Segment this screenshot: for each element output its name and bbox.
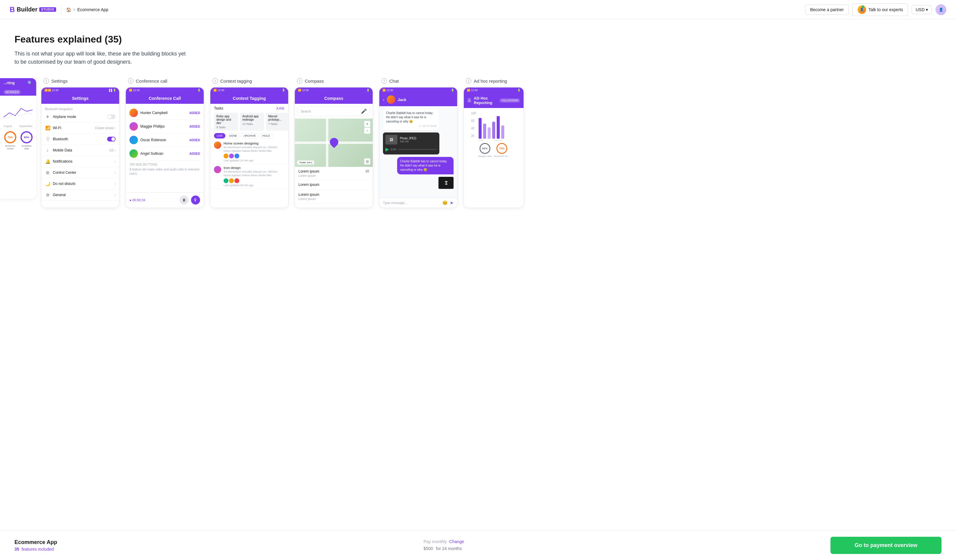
chat-messages: Charlie Babbitt has to cancel today. He … [379, 106, 457, 198]
adhoc-badge: VOLUNTERR [499, 98, 520, 102]
circle-available-data: 90% Available data [20, 131, 33, 150]
svg-text:100: 100 [471, 112, 476, 115]
ctx-phone-header: Context Tagging [210, 93, 288, 104]
filter-live[interactable]: LIVE [214, 133, 225, 138]
become-partner-button[interactable]: Become a partner [805, 5, 849, 15]
photo-size: 340 KB [400, 140, 417, 143]
conf-phone-header: Conference Call [126, 93, 204, 104]
send-button[interactable]: ➤ [450, 200, 454, 205]
user-avatar[interactable]: 👤 [936, 4, 947, 15]
conf-buttons: ⏸ 🎙 [179, 195, 200, 204]
chat-photo-msg: 🖼 Photo JPEG 340 KB ▶ 0:25 [383, 132, 439, 154]
microphone-icon[interactable]: 🎤 [361, 108, 367, 114]
chat-footer: Type message... 😊 ➤ [379, 198, 457, 208]
chevron-down-icon: ▾ [926, 7, 928, 12]
status-bar-adhoc: 📶 12:30 🔋 [464, 88, 524, 93]
compass-search-section: Search 🎤 [295, 104, 373, 119]
play-icon[interactable]: ▶ [385, 146, 389, 152]
trader-joes-label: Trader Joe's [297, 160, 314, 164]
svg-text:40: 40 [471, 127, 475, 130]
context-mockup: 📶 12:30 🔋 Context Tagging Tasks JUNE Rob… [210, 87, 288, 208]
tasks-label: Tasks [214, 106, 223, 110]
currency-label: USD [915, 7, 925, 12]
conference-label-text: Conference call [136, 79, 167, 83]
compass-phone-header: Compass [295, 93, 373, 104]
info-icon-adhoc: i [466, 78, 471, 83]
compass-label-text: Compass [305, 79, 324, 83]
conf-participant-4: Angel Sullivan ADDED [129, 147, 200, 160]
settings-phone-header: Settings [41, 93, 119, 104]
pause-button[interactable]: ⏸ [179, 195, 189, 204]
mini-av-2 [229, 154, 234, 159]
chat-input[interactable]: Type message... [383, 201, 440, 204]
compass-result-1: 10 Lorem ipsum Lorem ipsum [299, 167, 369, 180]
partial-left-body: AugustSeptember 75% Business needs 90% A… [0, 96, 36, 154]
breadcrumb-home[interactable]: 🏠 [66, 7, 71, 12]
compass-map: + − ◎ Trader Joe's [295, 119, 373, 167]
bluetooth-item[interactable]: 🦷 Bluetooth [41, 134, 119, 145]
compass-mockup: 📶 12:30 🔋 Compass Search 🎤 [294, 87, 373, 208]
settings-list: Bluetooth Integration ✈ Airplane mode 📶 … [41, 104, 119, 203]
circle-business-needs: 75% Business needs [4, 131, 17, 150]
ctx-header: Tasks JUNE [210, 104, 288, 112]
zoom-in-button[interactable]: + [364, 121, 370, 127]
participant-name-4: Angel Sullivan [140, 151, 187, 156]
bluetooth-toggle[interactable] [107, 137, 116, 142]
svg-rect-8 [497, 116, 500, 139]
logo-text: Builder [17, 6, 38, 13]
emoji-button[interactable]: 😊 [442, 200, 448, 205]
chat-feature-group: i Chat 📶 12:30 🔋 ‹ Jack Charlie Babbitt … [377, 78, 461, 208]
talk-label: Talk to our experts [868, 7, 903, 12]
compass-search-input[interactable]: Search [300, 110, 359, 113]
mini-av-5 [229, 178, 234, 183]
conf-participant-3: Oscar Robinson ADDED [129, 134, 200, 147]
svg-text:20: 20 [471, 134, 475, 138]
header-left: B Builder STUDIO 🏠 > Ecommerce App [9, 5, 108, 14]
context-label-text: Context tagging [220, 79, 252, 83]
do-not-disturb-item[interactable]: 🌙 Do not disturb › [41, 178, 119, 189]
zoom-out-button[interactable]: − [364, 127, 370, 134]
ctx-item-avatar-2 [214, 166, 221, 173]
chat-user-avatar [387, 95, 395, 104]
end-call-button[interactable]: 🎙 [191, 195, 200, 204]
compass-search-box[interactable]: Search 🎤 [297, 106, 370, 116]
compass-feature-label: i Compass [292, 78, 377, 87]
filter-done[interactable]: DONE [226, 133, 240, 138]
conf-participant-2: Maggie Phillips ADDED [129, 120, 200, 134]
logo-studio: STUDIO [39, 7, 56, 12]
notifications-item[interactable]: 🔔 Notifications › [41, 156, 119, 167]
context-feature-label: i Context tagging [208, 78, 292, 87]
status-bar-settings: 📶📶 12:30 ▐▐ 🔋 [41, 88, 119, 93]
airplane-mode-item[interactable]: ✈ Airplane mode [41, 111, 119, 123]
menu-icon[interactable]: ☰ [467, 98, 471, 103]
context-tagging-feature-group: i Context tagging 📶 12:30 🔋 Context Tagg… [208, 78, 292, 208]
wifi-item[interactable]: 📶 Wi-Fi Create simple › [41, 123, 119, 134]
participant-avatar-3 [129, 136, 138, 144]
conf-participant-1: Hunter Campbell ADDED [129, 106, 200, 120]
notifications-icon: 🔔 [45, 159, 50, 164]
chat-feature-label: i Chat [377, 78, 461, 87]
filter-archive[interactable]: ARCHIVE [241, 133, 259, 138]
mobile-data-item[interactable]: ↕ Mobile Data GS › [41, 145, 119, 156]
airplane-toggle[interactable] [107, 114, 116, 119]
mini-av-6 [234, 178, 239, 183]
search-icon[interactable]: 🔍 [27, 80, 33, 85]
chat-msg-sent: Charlie Babbitt has to cancel today. He … [397, 157, 454, 175]
logo[interactable]: B Builder STUDIO [9, 5, 56, 14]
ctx-filters: LIVE DONE ARCHIVE HOLD [210, 132, 288, 140]
talk-to-experts-button[interactable]: 👤 Talk to our experts [852, 3, 908, 16]
adhoc-title: AD Hoc Reporting [474, 96, 497, 105]
currency-selector[interactable]: USD ▾ [912, 5, 932, 14]
general-item[interactable]: ⚙ General › [41, 189, 119, 201]
partial-left-card: ...rting 🔍 WORKER AugustSeptember [0, 78, 36, 199]
map-road-vertical [326, 119, 328, 167]
adhoc-circle-2: 75% Business ne... [494, 143, 509, 157]
location-button[interactable]: ◎ [364, 159, 370, 164]
compass-results: 10 Lorem ipsum Lorem ipsum Lorem ipsum L… [295, 167, 373, 203]
control-center-item[interactable]: ⊞ Control Center › [41, 167, 119, 178]
filter-hold[interactable]: HOLD [260, 133, 273, 138]
bar-chart-svg: 100 60 40 20 July August [466, 110, 521, 141]
task-3: Marvel prototyp... 7 Tasks [266, 113, 288, 131]
back-button[interactable]: ‹ [383, 97, 384, 102]
compass-result-2: Lorem ipsum [299, 180, 369, 190]
